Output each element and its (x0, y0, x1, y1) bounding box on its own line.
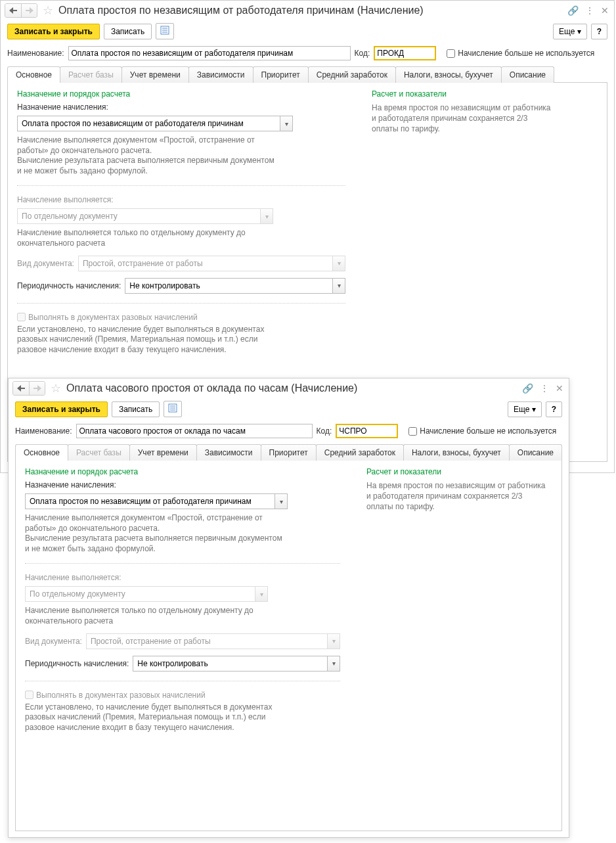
code-input[interactable] (336, 424, 398, 438)
tab-main[interactable]: Основное (15, 444, 68, 461)
tab-description[interactable]: Описание (509, 444, 562, 461)
doctype-select: ▾ (86, 633, 340, 649)
header-actions: 🔗 ⋮ ✕ (567, 5, 609, 16)
nav-group (12, 381, 45, 396)
tab-strip: Основное Расчет базы Учет времени Зависи… (15, 444, 562, 460)
right-column: Расчет и показатели На время простоя по … (366, 467, 552, 824)
tab-description[interactable]: Описание (501, 66, 554, 83)
favorite-star-icon[interactable]: ☆ (43, 3, 53, 18)
help-button[interactable]: ? (546, 401, 562, 417)
period-select[interactable]: ▾ (133, 656, 340, 672)
inactive-checkbox-wrap: Начисление больше не используется (408, 426, 556, 436)
toolbar: Записать и закрыть Записать Еще ▾ ? (1, 19, 614, 43)
doctype-select: ▾ (78, 256, 345, 271)
link-icon[interactable]: 🔗 (522, 383, 533, 394)
name-code-row: Наименование: Код: Начисление больше не … (1, 43, 614, 66)
close-icon[interactable]: ✕ (601, 5, 609, 16)
close-icon[interactable]: ✕ (556, 383, 563, 394)
code-label: Код: (317, 426, 332, 436)
more-button[interactable]: Еще ▾ (553, 24, 587, 39)
chevron-down-icon[interactable]: ▾ (275, 493, 288, 509)
nav-forward-button[interactable] (21, 4, 37, 17)
tab-base[interactable]: Расчет базы (68, 444, 130, 461)
exec-label: Начисление выполняется: (17, 195, 114, 204)
kebab-menu-icon[interactable]: ⋮ (585, 5, 594, 16)
onetime-help-text: Если установлено, то начисление будет вы… (25, 702, 288, 733)
window-title: Оплата простоя по независящим от работод… (58, 5, 565, 16)
period-select[interactable]: ▾ (125, 278, 345, 294)
section-purpose-title: Назначение и порядок расчета (25, 467, 340, 476)
purpose-label: Назначение начисления: (17, 103, 108, 112)
save-and-close-button[interactable]: Записать и закрыть (15, 401, 108, 417)
chevron-down-icon[interactable]: ▾ (332, 278, 345, 294)
nav-group (5, 3, 37, 18)
purpose-select[interactable]: ▾ (17, 116, 293, 131)
period-select-input[interactable] (133, 656, 327, 672)
onetime-checkbox (25, 691, 33, 699)
window-title: Оплата часового простоя от оклада по час… (66, 382, 519, 394)
purpose-help-text: Начисление выполняется документом «Прост… (17, 135, 280, 176)
more-button[interactable]: Еще ▾ (508, 401, 542, 417)
save-button[interactable]: Записать (104, 24, 152, 39)
purpose-select[interactable]: ▾ (25, 493, 288, 509)
tab-main[interactable]: Основное (7, 66, 60, 83)
onetime-checkbox (17, 313, 26, 321)
save-button[interactable]: Записать (112, 401, 160, 417)
kebab-menu-icon[interactable]: ⋮ (540, 383, 549, 394)
purpose-select-input[interactable] (17, 116, 280, 131)
tab-time[interactable]: Учет времени (121, 66, 189, 83)
divider (25, 563, 340, 564)
tab-taxes[interactable]: Налоги, взносы, бухучет (403, 444, 510, 461)
divider (17, 303, 345, 304)
inactive-checkbox-wrap: Начисление больше не используется (447, 49, 594, 58)
exec-select-input (17, 208, 260, 224)
code-label: Код: (355, 49, 370, 58)
tab-average[interactable]: Средний заработок (316, 444, 404, 461)
purpose-select-input[interactable] (25, 493, 275, 509)
onetime-checkbox-wrap: Выполнять в документах разовых начислени… (25, 691, 340, 700)
header-actions: 🔗 ⋮ ✕ (522, 383, 563, 394)
exec-select: ▾ (17, 208, 273, 224)
help-button[interactable]: ? (591, 24, 607, 39)
chevron-down-icon[interactable]: ▾ (280, 116, 293, 131)
tab-deps[interactable]: Зависимости (188, 66, 253, 83)
purpose-label: Назначение начисления: (25, 480, 116, 490)
tab-priority[interactable]: Приоритет (261, 444, 317, 461)
exec-select-input (25, 586, 255, 602)
name-label: Наименование: (15, 426, 72, 436)
doctype-select-input (78, 256, 332, 271)
code-input[interactable] (374, 46, 436, 60)
exec-label: Начисление выполняется: (25, 573, 121, 582)
tab-taxes[interactable]: Налоги, взносы, бухучет (395, 66, 502, 83)
onetime-checkbox-label: Выполнять в документах разовых начислени… (36, 691, 206, 700)
save-and-close-button[interactable]: Записать и закрыть (7, 24, 100, 39)
period-select-input[interactable] (125, 278, 332, 294)
nav-back-button[interactable] (5, 4, 21, 17)
left-column: Назначение и порядок расчета Назначение … (25, 467, 340, 824)
tab-priority[interactable]: Приоритет (253, 66, 309, 83)
favorite-star-icon[interactable]: ☆ (51, 381, 61, 396)
tab-body: Назначение и порядок расчета Назначение … (15, 460, 562, 831)
exec-help-text: Начисление выполняется только по отдельн… (17, 228, 280, 248)
chevron-down-icon: ▾ (532, 405, 536, 414)
tab-base[interactable]: Расчет базы (60, 66, 122, 83)
report-icon-button[interactable] (156, 23, 174, 39)
tab-deps[interactable]: Зависимости (196, 444, 261, 461)
doctype-label: Вид документа: (17, 259, 74, 268)
tab-average[interactable]: Средний заработок (308, 66, 396, 83)
report-icon-button[interactable] (164, 401, 182, 417)
tab-time[interactable]: Учет времени (129, 444, 197, 461)
chevron-down-icon: ▾ (255, 586, 268, 602)
nav-back-button[interactable] (13, 382, 29, 395)
period-label: Периодичность начисления: (25, 659, 129, 668)
onetime-checkbox-label: Выполнять в документах разовых начислени… (28, 313, 198, 322)
chevron-down-icon[interactable]: ▾ (327, 656, 340, 672)
inactive-checkbox[interactable] (447, 49, 455, 58)
divider (25, 681, 340, 681)
toolbar: Записать и закрыть Записать Еще ▾ ? (9, 397, 569, 421)
link-icon[interactable]: 🔗 (567, 5, 579, 16)
nav-forward-button[interactable] (29, 382, 45, 395)
name-input[interactable] (68, 46, 351, 60)
inactive-checkbox[interactable] (408, 427, 417, 436)
name-input[interactable] (76, 424, 313, 438)
